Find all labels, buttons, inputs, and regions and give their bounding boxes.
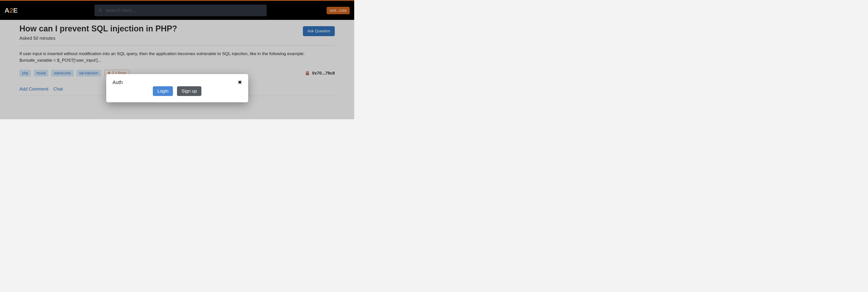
auth-modal: Auth ✖ Login Sign up bbox=[106, 74, 248, 102]
modal-header: Auth ✖ bbox=[113, 79, 242, 85]
modal-buttons: Login Sign up bbox=[113, 86, 242, 96]
close-icon[interactable]: ✖ bbox=[238, 79, 242, 85]
login-button[interactable]: Login bbox=[153, 86, 173, 96]
modal-title: Auth bbox=[113, 79, 123, 85]
signup-button[interactable]: Sign up bbox=[177, 86, 202, 96]
